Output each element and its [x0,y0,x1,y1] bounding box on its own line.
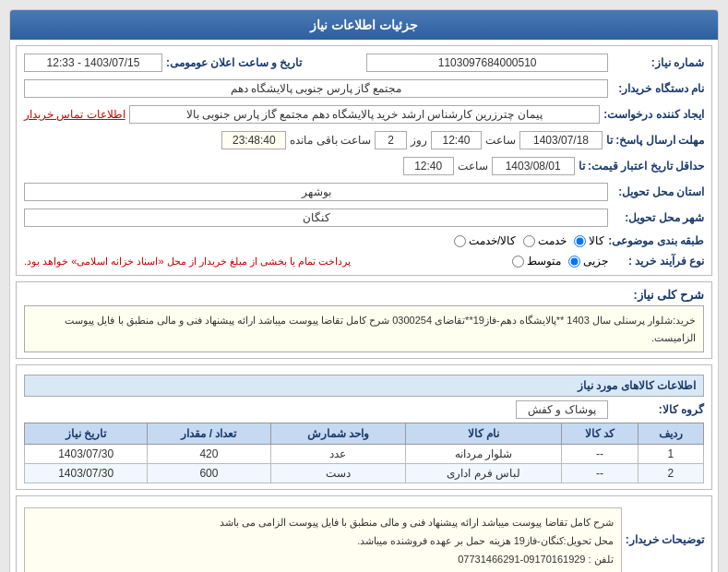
hadaghal-saat: 12:40 [403,157,454,175]
radio-khadamat-label: خدمت [538,234,567,247]
radio-kala-input[interactable] [574,235,586,247]
shomare-label: شماره نیاز: [612,56,704,69]
shomare-value: 1103097684000510 [366,54,608,72]
cell-kod: -- [562,464,638,483]
farayand-label: نوع فرآیند خرید : [612,255,704,268]
cell-tarikh: 1403/07/30 [25,445,148,464]
saat-label: ساعت [485,134,516,147]
kala-table: ردیف کد کالا نام کالا واحد شمارش تعداد /… [24,423,704,483]
radio-khadamat-input[interactable] [523,235,535,247]
farayand-radios: متوسط جزیی [512,255,608,268]
radio-motavaset-label: متوسط [527,255,561,268]
cell-vahed: عدد [270,445,406,464]
shahr-value: کنگان [24,209,608,227]
buyer-desc-label: توضیحات خریدار: [626,533,704,546]
radio-motavaset[interactable]: متوسط [512,255,561,268]
col-tedad: تعداد / مقدار [148,423,270,445]
row-farayand: نوع فرآیند خرید : متوسط جزیی پرداخت تمام… [24,253,704,269]
namdastgah-value: مجتمع گاز پارس جنوبی پالایشگاه دهم [24,79,608,98]
radio-kalaKhadamat-label: کالا/خدمت [469,234,516,247]
radio-jozyi[interactable]: جزیی [568,255,608,268]
main-container: جزئیات اطلاعات نیاز شماره نیاز: 11030976… [9,9,719,572]
group-row: گروه کالا: پوشاک و کفش [24,400,704,419]
page-header: جزئیات اطلاعات نیاز [10,10,718,40]
kala-section: اطلاعات کالاهای مورد نیاز گروه کالا: پوش… [16,364,712,490]
row-hadaghal: حداقل تاریخ اعتبار قیمت: تا 1403/08/01 س… [24,155,704,177]
tamas-link[interactable]: اطلاعات تماس خریدار [24,108,125,121]
cell-radif: 1 [638,445,703,464]
row-ijad: ایجاد کننده درخواست: پیمان چترزرین کارشن… [24,103,704,125]
buyer-desc-row: توضیحات خریدار: شرح کامل تقاضا پیوست میب… [24,502,704,572]
col-kod: کد کالا [562,423,638,445]
baghimande-label: ساعت باقی مانده [290,134,371,147]
payment-note: پرداخت تمام یا بخشی از مبلغ خریدار از مح… [24,256,351,268]
cell-name: شلوار مردانه [406,445,562,464]
cell-tarikh: 1403/07/30 [25,464,148,483]
buyer-desc-text: شرح کامل تقاضا پیوست میباشد ارائه پیشنها… [24,507,622,572]
sharh-title: شرح کلی نیاز: [24,288,704,302]
row-shomare: شماره نیاز: 1103097684000510 تاریخ و ساع… [24,52,704,74]
mohlat-label: مهلت ارسال پاسخ: تا [606,134,704,147]
row-namdastgah: نام دستگاه خریدار: مجتمع گاز پارس جنوبی … [24,77,704,100]
radio-kalaKhadamat-input[interactable] [454,235,466,247]
row-shahr: شهر محل تحویل: کنگان [24,207,704,229]
row-ostan: استان محل تحویل: بوشهر [24,181,704,203]
radio-kala[interactable]: کالا [574,234,604,247]
page-title: جزئیات اطلاعات نیاز [310,18,418,32]
sharh-section: شرح کلی نیاز: خرید:شلوار پرسنلی سال 1403… [16,281,712,359]
group-label: گروه کالا: [612,403,704,416]
cell-kod: -- [562,445,638,464]
hadaghal-date: 1403/08/01 [492,157,575,175]
hadaghal-label: حداقل تاریخ اعتبار قیمت: تا [579,160,704,173]
cell-radif: 2 [638,464,703,483]
col-vahed: واحد شمارش [270,423,406,445]
buyer-section: توضیحات خریدار: شرح کامل تقاضا پیوست میب… [16,495,712,572]
ostan-label: استان محل تحویل: [612,185,704,198]
info-section: شماره نیاز: 1103097684000510 تاریخ و ساع… [16,45,712,276]
tabaqe-label: طبقه بندی موضوعی: [608,234,704,247]
radio-jozyi-input[interactable] [568,256,580,268]
ijad-label: ایجاد کننده درخواست: [603,108,704,121]
rooz-label: روز [411,134,427,147]
baghimande-value: 23:48:40 [221,131,286,149]
shahr-label: شهر محل تحویل: [612,211,704,224]
ostan-value: بوشهر [24,183,608,201]
table-row: 1--شلوار مردانهعدد4201403/07/30 [25,445,704,464]
radio-motavaset-input[interactable] [512,256,524,268]
cell-vahed: دست [270,464,406,483]
radio-jozyi-label: جزیی [583,255,608,268]
tabaqe-radios: کالا/خدمت خدمت کالا [454,234,604,247]
hadaghal-saat-label: ساعت [458,160,488,173]
namdastgah-label: نام دستگاه خریدار: [612,82,704,95]
row-mohlat: مهلت ارسال پاسخ: تا 1403/07/18 ساعت 12:4… [24,129,704,151]
group-value: پوشاک و کفش [516,400,608,419]
cell-tedad: 420 [148,445,270,464]
tarikh-value: 1403/07/15 - 12:33 [24,54,162,72]
cell-name: لباس فرم اداری [406,464,562,483]
radio-kalaKhadamat[interactable]: کالا/خدمت [454,234,516,247]
ijad-value: پیمان چترزرین کارشناس ارشد خرید پالایشگا… [129,105,601,124]
sharh-text: خرید:شلوار پرسنلی سال 1403 **پالایشگاه د… [24,305,704,352]
table-row: 2--لباس فرم اداریدست6001403/07/30 [25,464,704,483]
col-name: نام کالا [406,423,562,445]
saat-value: 12:40 [431,131,482,149]
tarikh-label: تاریخ و ساعت اعلان عومومی: [166,56,302,69]
cell-tedad: 600 [148,464,270,483]
mohlat-date: 1403/07/18 [519,131,603,149]
row-tabaqe: طبقه بندی موضوعی: کالا/خدمت خدمت کالا [24,232,704,249]
radio-khadamat[interactable]: خدمت [523,234,567,247]
table-header-row: ردیف کد کالا نام کالا واحد شمارش تعداد /… [25,423,704,445]
rooz-value: 2 [375,131,407,149]
col-tarikh: تاریخ نیاز [25,423,148,445]
radio-kala-label: کالا [589,234,604,247]
kala-section-title: اطلاعات کالاهای مورد نیاز [24,375,704,397]
col-radif: ردیف [638,423,703,445]
